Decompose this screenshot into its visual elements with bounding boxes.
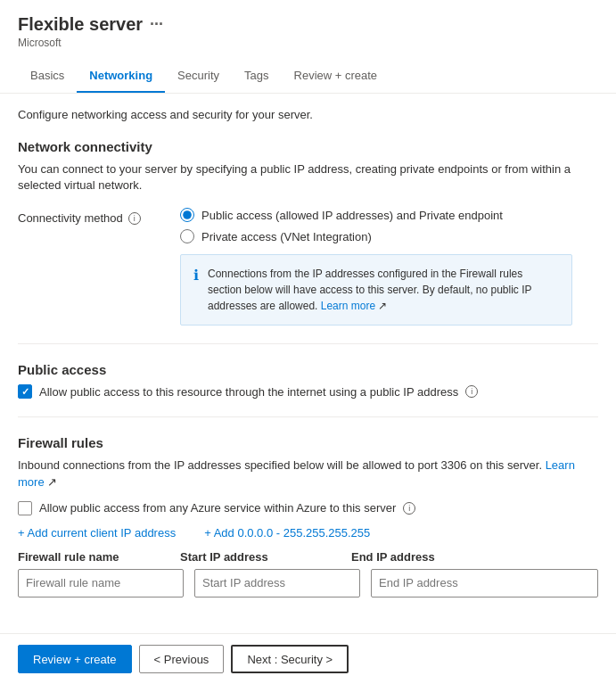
section-description: Configure networking access and security… bbox=[18, 108, 598, 121]
azure-service-checkbox[interactable] bbox=[18, 501, 32, 515]
firewall-table: Firewall rule name Start IP address End … bbox=[18, 550, 598, 597]
divider-1 bbox=[18, 343, 598, 344]
public-access-checkbox[interactable] bbox=[18, 384, 32, 399]
col-header-start: Start IP address bbox=[180, 550, 341, 564]
radio-private-input[interactable] bbox=[180, 229, 194, 243]
tab-networking[interactable]: Networking bbox=[77, 60, 165, 93]
firewall-table-row bbox=[18, 569, 598, 597]
firewall-rules-description: Inbound connections from the IP addresse… bbox=[18, 457, 598, 490]
info-box: ℹ Connections from the IP addresses conf… bbox=[180, 254, 572, 326]
public-access-checkbox-row[interactable]: Allow public access to this resource thr… bbox=[18, 384, 598, 399]
firewall-rules-title: Firewall rules bbox=[18, 435, 598, 450]
tab-tags[interactable]: Tags bbox=[232, 60, 281, 93]
connectivity-method-row: Connectivity method i Public access (all… bbox=[18, 208, 598, 243]
page-title: Flexible server ··· bbox=[18, 14, 598, 35]
connectivity-radio-group: Public access (allowed IP addresses) and… bbox=[180, 208, 503, 243]
azure-service-info-icon[interactable]: i bbox=[403, 502, 415, 515]
title-text: Flexible server bbox=[18, 14, 143, 35]
col-header-name: Firewall rule name bbox=[18, 550, 169, 564]
info-box-icon: ℹ bbox=[193, 267, 199, 314]
network-connectivity-description: You can connect to your server by specif… bbox=[18, 161, 598, 194]
divider-2 bbox=[18, 416, 598, 417]
add-client-ip-link[interactable]: + Add current client IP address bbox=[18, 526, 176, 540]
add-links: + Add current client IP address + Add 0.… bbox=[18, 526, 598, 540]
firewall-rules-section: Firewall rules Inbound connections from … bbox=[18, 435, 598, 597]
firewall-rule-name-input[interactable] bbox=[18, 569, 184, 597]
tab-security[interactable]: Security bbox=[165, 60, 232, 93]
tab-bar: Basics Networking Security Tags Review +… bbox=[0, 60, 616, 94]
network-connectivity-title: Network connectivity bbox=[18, 139, 598, 154]
info-box-text: Connections from the IP addresses config… bbox=[208, 266, 559, 314]
public-access-section: Public access Allow public access to thi… bbox=[18, 362, 598, 399]
radio-private-access[interactable]: Private access (VNet Integration) bbox=[180, 229, 503, 243]
col-header-end: End IP address bbox=[351, 550, 598, 564]
learn-more-link-infobox[interactable]: Learn more bbox=[321, 300, 375, 312]
azure-service-checkbox-row[interactable]: Allow public access from any Azure servi… bbox=[18, 501, 598, 515]
ellipsis-menu[interactable]: ··· bbox=[150, 15, 163, 34]
next-button[interactable]: Next : Security > bbox=[231, 645, 349, 673]
add-range-link[interactable]: + Add 0.0.0.0 - 255.255.255.255 bbox=[204, 526, 370, 540]
end-ip-input[interactable] bbox=[371, 569, 598, 597]
connectivity-label: Connectivity method i bbox=[18, 208, 152, 225]
tab-basics[interactable]: Basics bbox=[18, 60, 77, 93]
footer-bar: Review + create < Previous Next : Securi… bbox=[0, 633, 616, 684]
page-subtitle: Microsoft bbox=[18, 37, 598, 49]
previous-button[interactable]: < Previous bbox=[139, 645, 225, 673]
public-access-title: Public access bbox=[18, 362, 598, 377]
tab-review-create[interactable]: Review + create bbox=[282, 60, 390, 93]
start-ip-input[interactable] bbox=[194, 569, 360, 597]
connectivity-info-icon[interactable]: i bbox=[128, 212, 141, 225]
radio-public-access[interactable]: Public access (allowed IP addresses) and… bbox=[180, 208, 503, 222]
firewall-table-header: Firewall rule name Start IP address End … bbox=[18, 550, 598, 564]
review-create-button[interactable]: Review + create bbox=[18, 645, 132, 673]
radio-public-input[interactable] bbox=[180, 208, 194, 222]
public-access-info-icon[interactable]: i bbox=[465, 385, 478, 398]
